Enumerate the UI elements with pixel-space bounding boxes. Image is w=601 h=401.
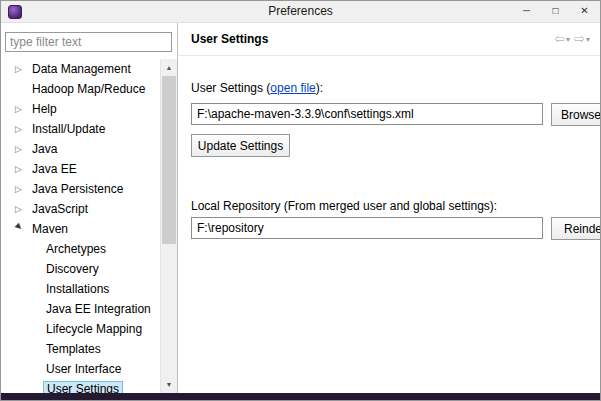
preferences-tree: ▷ Data Management Hadoop Map/Reduce ▷ He… [1,59,160,393]
chevron-right-icon[interactable]: ▷ [15,124,29,134]
page-title: User Settings [191,32,268,46]
sidebar-item-lifecycle-mapping[interactable]: Lifecycle Mapping [1,319,160,339]
repository-path-input[interactable] [191,217,543,239]
user-settings-label-post: ): [316,81,323,95]
tree-label: Maven [29,221,71,237]
tree-label: Help [29,101,60,117]
tree-label: Java EE Integration [43,301,154,317]
local-repository-label: Local Repository (From merged user and g… [191,199,497,213]
chevron-expanded-icon[interactable]: ▶ [14,221,30,237]
sidebar-item-install-update[interactable]: ▷ Install/Update [1,119,160,139]
tree-scrollbar[interactable]: ▲ ▼ [160,59,177,393]
user-settings-label-pre: User Settings ( [191,81,270,95]
tree-label: Install/Update [29,121,108,137]
window-controls: ─ □ ✕ [512,1,599,22]
sidebar-item-java[interactable]: ▷ Java [1,139,160,159]
back-icon[interactable]: ⇦ [554,31,565,46]
sidebar-item-discovery[interactable]: Discovery [1,259,160,279]
update-settings-button[interactable]: Update Settings [191,134,290,157]
tree-label: Java [29,141,60,157]
tree-label: Data Management [29,61,134,77]
reindex-button[interactable]: Reindex [551,217,600,240]
open-file-link[interactable]: open file [270,81,315,95]
sidebar-item-user-interface[interactable]: User Interface [1,359,160,379]
tree-label: Java Persistence [29,181,126,197]
minimize-button[interactable]: ─ [512,1,541,22]
chevron-right-icon[interactable]: ▷ [15,204,29,214]
settings-path-input[interactable] [191,103,543,125]
scrollbar-thumb[interactable] [162,76,176,244]
sidebar-item-java-ee[interactable]: ▷ Java EE [1,159,160,179]
forward-dropdown-icon[interactable]: ▾ [586,35,590,44]
settings-panel: User Settings ⇦ ▾ ⇨ ▾ User Settings (ope… [178,23,600,393]
tree-label: Lifecycle Mapping [43,321,145,337]
filter-input[interactable] [5,32,172,52]
window-title: Preferences [1,1,600,22]
maximize-button[interactable]: □ [541,1,570,22]
sidebar-item-java-persistence[interactable]: ▷ Java Persistence [1,179,160,199]
tree-label-selected: User Settings [43,381,123,393]
chevron-right-icon[interactable]: ▷ [15,184,29,194]
sidebar-item-templates[interactable]: Templates [1,339,160,359]
preferences-window: Preferences ─ □ ✕ ▷ Data Management Hado… [0,0,601,401]
chevron-right-icon[interactable]: ▷ [15,104,29,114]
sidebar-item-javascript[interactable]: ▷ JavaScript [1,199,160,219]
back-dropdown-icon[interactable]: ▾ [566,35,570,44]
close-button[interactable]: ✕ [570,1,599,22]
tree-label: Hadoop Map/Reduce [29,81,148,97]
forward-icon[interactable]: ⇨ [574,31,585,46]
chevron-right-icon[interactable]: ▷ [15,64,29,74]
user-settings-label: User Settings (open file): [191,81,323,95]
history-nav: ⇦ ▾ ⇨ ▾ [554,31,594,46]
scroll-up-icon[interactable]: ▲ [161,59,177,76]
tree-label: Templates [43,341,104,357]
chevron-right-icon[interactable]: ▷ [15,164,29,174]
page-header: User Settings ⇦ ▾ ⇨ ▾ [178,23,600,56]
sidebar-item-java-ee-integration[interactable]: Java EE Integration [1,299,160,319]
chevron-right-icon[interactable]: ▷ [15,144,29,154]
sidebar-item-help[interactable]: ▷ Help [1,99,160,119]
scroll-down-icon[interactable]: ▼ [161,376,177,393]
sidebar-item-data-management[interactable]: ▷ Data Management [1,59,160,79]
window-bottom-edge [1,393,600,400]
sidebar-item-user-settings[interactable]: User Settings [1,379,160,393]
dialog-body: ▷ Data Management Hadoop Map/Reduce ▷ He… [1,23,600,393]
sidebar-item-hadoop-map-reduce[interactable]: Hadoop Map/Reduce [1,79,160,99]
tree-label: Installations [43,281,112,297]
tree-label: Java EE [29,161,80,177]
titlebar[interactable]: Preferences ─ □ ✕ [1,1,600,23]
tree-label: JavaScript [29,201,91,217]
sidebar: ▷ Data Management Hadoop Map/Reduce ▷ He… [1,23,178,393]
tree-label: User Interface [43,361,124,377]
tree-label: Discovery [43,261,102,277]
tree-label: Archetypes [43,241,109,257]
browse-button[interactable]: Browse... [551,103,600,126]
sidebar-item-archetypes[interactable]: Archetypes [1,239,160,259]
sidebar-item-installations[interactable]: Installations [1,279,160,299]
sidebar-item-maven[interactable]: ▶ Maven [1,219,160,239]
